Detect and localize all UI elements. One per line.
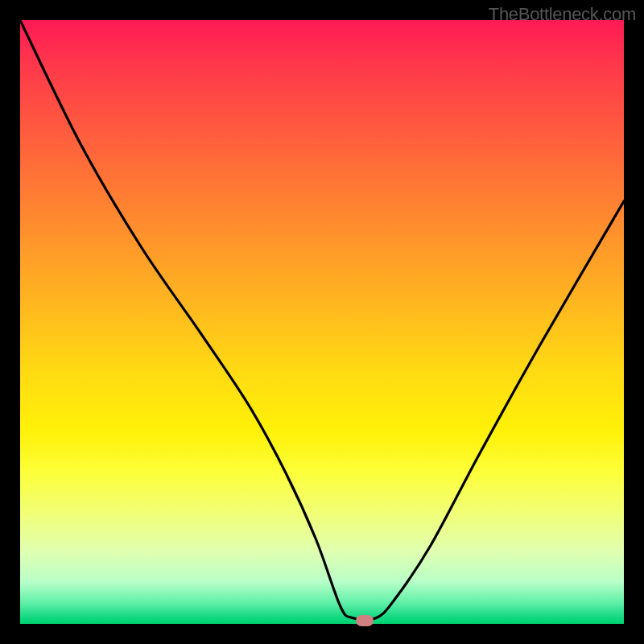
watermark-text: TheBottleneck.com xyxy=(489,4,636,25)
curve-layer xyxy=(20,20,624,624)
bottleneck-chart: TheBottleneck.com xyxy=(0,0,644,644)
optimal-point-marker xyxy=(356,615,374,626)
bottleneck-curve-line xyxy=(20,20,624,620)
